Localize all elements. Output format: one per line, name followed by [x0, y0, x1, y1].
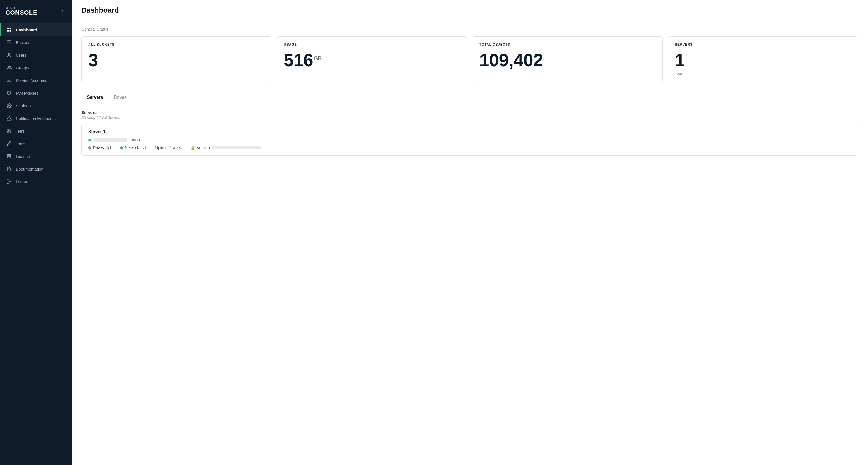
sidebar-item-tools[interactable]: Tools — [0, 137, 71, 150]
stat-card-all-buckets: ALL BUCKETS 3 — [82, 36, 272, 82]
svg-rect-4 — [7, 41, 11, 44]
stats-grid: ALL BUCKETS 3 USAGE 516GB TOTAL OBJECTS … — [82, 36, 858, 82]
server-meta: Drives: 1/1 Network: 1/1 Uptime: 1 week … — [88, 146, 851, 150]
svg-rect-0 — [7, 28, 8, 29]
stat-value-all-buckets: 3 — [88, 52, 265, 69]
servers-title: Servers — [82, 110, 858, 115]
svg-point-11 — [8, 80, 9, 81]
tab-servers[interactable]: Servers — [82, 92, 108, 104]
sidebar-item-label: Tools — [16, 141, 25, 146]
stat-label-all-buckets: ALL BUCKETS — [88, 42, 265, 47]
sidebar-item-documentation[interactable]: Documentation — [0, 163, 71, 175]
server-name: Server 1 — [88, 129, 851, 134]
iam-policies-icon — [6, 90, 12, 96]
svg-point-7 — [8, 53, 10, 55]
sidebar-item-label: Users — [16, 53, 26, 58]
server-port: :9000 — [129, 138, 140, 142]
notification-endpoints-icon — [6, 116, 12, 121]
page-title: Dashboard — [82, 6, 858, 14]
sidebar-item-buckets[interactable]: Buckets — [0, 36, 71, 49]
stat-label-total-objects: TOTAL OBJECTS — [479, 42, 656, 47]
sidebar-item-label: Notification Endpoints — [16, 116, 56, 121]
servers-header: Servers Showing 1 Total Servers — [82, 110, 858, 120]
sidebar-item-label: Buckets — [16, 40, 30, 45]
tiers-icon — [6, 128, 12, 134]
svg-rect-2 — [7, 30, 8, 32]
groups-icon — [6, 65, 12, 70]
version-label: Version — [197, 146, 210, 150]
server-status-dot — [88, 139, 91, 141]
main-content: Dashboard General Status ALL BUCKETS 3 U… — [71, 0, 868, 465]
users-icon — [6, 52, 12, 58]
topbar: Dashboard — [71, 0, 868, 19]
sidebar-item-label: Documentation — [16, 167, 43, 171]
sidebar-item-label: Service Accounts — [16, 78, 47, 83]
uptime-label: Uptime: 1 week — [155, 146, 182, 150]
buckets-icon — [6, 40, 12, 45]
sidebar-item-label: License — [16, 154, 30, 159]
svg-marker-17 — [7, 129, 11, 131]
sidebar-item-iam-policies[interactable]: IAM Policies — [0, 87, 71, 99]
sidebar-item-service-accounts[interactable]: Service Accounts — [0, 74, 71, 87]
stat-value-usage: 516GB — [284, 52, 460, 69]
svg-point-9 — [10, 66, 11, 68]
server-address-bar — [94, 138, 127, 142]
svg-rect-1 — [10, 28, 11, 29]
sidebar-item-label: Logout — [16, 179, 28, 184]
sidebar-item-label: Groups — [16, 65, 29, 70]
content-area: General Status ALL BUCKETS 3 USAGE 516GB… — [71, 19, 868, 465]
stat-label-servers: SERVERS — [675, 42, 851, 47]
drives-label: Drives: 1/1 — [93, 146, 112, 150]
sidebar-item-label: Dashboard — [16, 28, 37, 32]
sidebar-item-users[interactable]: Users — [0, 49, 71, 61]
stat-value-total-objects: 109,402 — [479, 52, 656, 69]
sidebar-item-license[interactable]: License — [0, 150, 71, 163]
server-address-row: :9000 — [88, 138, 851, 142]
tabs: Servers Drives — [82, 92, 858, 104]
server-network: Network: 1/1 — [120, 146, 147, 150]
logo: MIN|O CONSOLE — [5, 7, 37, 16]
documentation-icon — [6, 166, 12, 172]
sidebar-nav: Dashboard Buckets Users Groups — [0, 21, 71, 465]
sidebar-item-dashboard[interactable]: Dashboard — [0, 23, 71, 36]
stat-card-usage: USAGE 516GB — [277, 36, 467, 82]
version-icon: 🔒 — [191, 146, 195, 150]
server-uptime: Uptime: 1 week — [155, 146, 182, 150]
network-status-dot — [120, 146, 123, 149]
server-drives: Drives: 1/1 — [88, 146, 112, 150]
servers-subtitle: Showing 1 Total Servers — [82, 116, 858, 120]
svg-point-8 — [8, 66, 9, 68]
sidebar-collapse-button[interactable] — [59, 8, 66, 15]
general-status-label: General Status — [82, 27, 858, 31]
stat-value-servers: 1 — [675, 52, 851, 69]
sidebar-item-groups[interactable]: Groups — [0, 61, 71, 74]
stat-sub-servers: Total — [675, 71, 851, 76]
server-version: 🔒 Version — [191, 146, 261, 150]
stat-label-usage: USAGE — [284, 42, 460, 47]
sidebar-item-label: Settings — [16, 104, 31, 108]
settings-icon — [6, 103, 12, 108]
service-accounts-icon — [6, 78, 12, 83]
sidebar-item-label: IAM Policies — [16, 91, 38, 95]
network-label: Network: 1/1 — [125, 146, 147, 150]
tab-drives[interactable]: Drives — [108, 92, 132, 104]
sidebar-logo: MIN|O CONSOLE — [0, 0, 71, 21]
sidebar-item-settings[interactable]: Settings — [0, 99, 71, 112]
sidebar-item-tiers[interactable]: Tiers — [0, 125, 71, 137]
dashboard-icon — [6, 27, 12, 32]
sidebar-item-logout[interactable]: Logout — [0, 175, 71, 188]
tools-icon — [6, 141, 12, 146]
license-icon — [6, 153, 12, 159]
version-value-bar — [212, 146, 261, 149]
sidebar-item-label: Tiers — [16, 129, 25, 134]
logo-console: CONSOLE — [5, 10, 37, 16]
stat-card-total-objects: TOTAL OBJECTS 109,402 — [472, 36, 662, 82]
drives-status-dot — [88, 146, 91, 149]
svg-point-14 — [8, 105, 10, 107]
logout-icon — [6, 179, 12, 184]
svg-rect-3 — [10, 30, 11, 32]
stat-unit-usage: GB — [314, 55, 322, 61]
sidebar-item-notification-endpoints[interactable]: Notification Endpoints — [0, 112, 71, 125]
sidebar: MIN|O CONSOLE Dashboard Buckets — [0, 0, 71, 465]
server-card: Server 1 :9000 Drives: 1/1 Network: 1/1 … — [82, 123, 858, 156]
